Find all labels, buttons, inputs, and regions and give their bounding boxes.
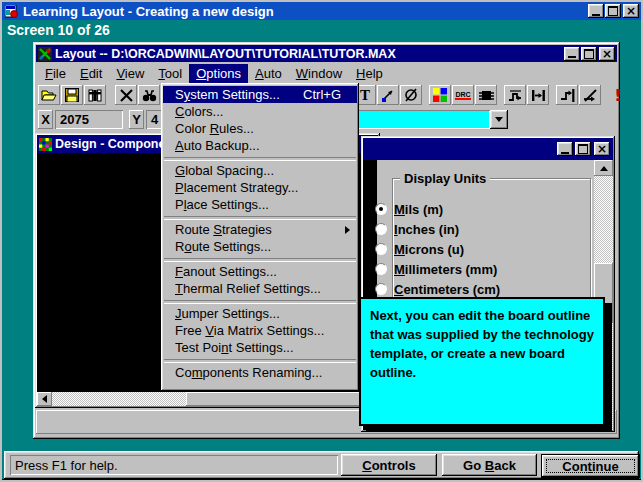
obstacle-button[interactable]: [400, 85, 422, 105]
app-maximize-button[interactable]: [605, 4, 621, 18]
menu-item-system-settings[interactable]: System Settings... Ctrl+G: [163, 86, 357, 103]
radio-icon: [375, 243, 387, 255]
layout-app-icon: [38, 47, 52, 61]
display-units-title: Display Units: [400, 171, 490, 186]
menu-item-route-strategies[interactable]: Route Strategies: [163, 221, 357, 238]
layout-titlebar[interactable]: Layout -- D:\ORCADWIN\LAYOUT\TUTORIAL\TU…: [36, 45, 617, 62]
layout-maximize-button[interactable]: [581, 47, 597, 61]
find-button[interactable]: [138, 85, 160, 105]
radio-inches[interactable]: Inches (in): [375, 219, 459, 239]
continue-button[interactable]: Continue: [541, 454, 640, 478]
close-icon: ×: [626, 6, 636, 16]
net-combo-dropdown-button[interactable]: [490, 110, 508, 129]
refresh-route-button[interactable]: [504, 85, 526, 105]
radio-icon: [375, 263, 387, 275]
tutorial-statusbar: Press F1 for help. Controls Go Back Cont…: [4, 451, 639, 479]
app-window: Learning Layout - Creating a new design …: [0, 0, 643, 482]
menu-item-color-rules[interactable]: Color Rules...: [163, 120, 357, 137]
menu-separator: [163, 255, 357, 263]
menu-view[interactable]: View: [109, 64, 151, 83]
close-icon: ×: [602, 49, 612, 59]
menu-item-test-point-settings[interactable]: Test Point Settings...: [163, 339, 357, 356]
menu-file[interactable]: File: [38, 64, 73, 83]
online-drc-button[interactable]: DRC: [452, 85, 474, 105]
save-button[interactable]: [61, 85, 83, 105]
open-file-button[interactable]: [38, 85, 60, 105]
close-icon: ×: [597, 144, 607, 154]
open-file-icon: [41, 88, 57, 102]
radio-icon: [375, 223, 387, 235]
refresh-route-icon: [508, 89, 523, 102]
arrow-up-icon: [600, 166, 608, 171]
app-close-button[interactable]: ×: [623, 4, 639, 18]
delete-button[interactable]: [115, 85, 137, 105]
menu-separator: [163, 356, 357, 364]
app-minimize-button[interactable]: [588, 4, 604, 18]
layout-window-title: Layout -- D:\ORCADWIN\LAYOUT\TUTORIAL\TU…: [55, 47, 564, 61]
design-hscrollbar[interactable]: [37, 392, 378, 406]
menu-item-global-spacing[interactable]: Global Spacing...: [163, 162, 357, 179]
dimension-button[interactable]: [377, 85, 399, 105]
menu-item-free-via-matrix-settings[interactable]: Free Via Matrix Settings...: [163, 322, 357, 339]
controls-button[interactable]: Controls: [341, 454, 437, 476]
go-back-button[interactable]: Go Back: [442, 454, 537, 476]
x-coordinate-field[interactable]: 2075: [55, 110, 123, 129]
layout-menubar: File Edit View Tool Options Auto Window …: [36, 63, 617, 83]
shove-track-button[interactable]: [527, 85, 549, 105]
scroll-left-button[interactable]: [37, 392, 52, 406]
menu-item-thermal-relief-settings[interactable]: Thermal Relief Settings...: [163, 280, 357, 297]
menu-shortcut: Ctrl+G: [303, 86, 341, 103]
menu-separator: [163, 154, 357, 162]
menu-item-place-settings[interactable]: Place Settings...: [163, 196, 357, 213]
cancel-route-icon: [583, 89, 598, 102]
tooltip-text: Next, you can edit the board outline tha…: [370, 306, 594, 382]
tutorial-tooltip: Next, you can edit the board outline tha…: [359, 297, 615, 433]
design-window-icon: [39, 138, 52, 151]
chevron-down-icon: [495, 117, 503, 122]
end-route-icon: [560, 89, 575, 102]
layout-minimize-button[interactable]: [564, 47, 580, 61]
menu-item-jumper-settings[interactable]: Jumper Settings...: [163, 305, 357, 322]
error-marker-icon: !: [614, 86, 621, 105]
menu-tool[interactable]: Tool: [151, 64, 189, 83]
dimension-icon: [381, 88, 395, 102]
scroll-up-button[interactable]: [594, 160, 613, 176]
radio-microns[interactable]: Microns (u): [375, 239, 464, 259]
menu-help[interactable]: Help: [349, 64, 390, 83]
status-message: Press F1 for help.: [10, 455, 338, 475]
minimize-icon: [561, 152, 569, 154]
radio-mils[interactable]: Mils (m): [375, 199, 443, 219]
menu-item-colors[interactable]: Colors...: [163, 103, 357, 120]
menu-auto[interactable]: Auto: [248, 64, 289, 83]
menu-item-fanout-settings[interactable]: Fanout Settings...: [163, 263, 357, 280]
submenu-arrow-icon: [345, 226, 350, 234]
cancel-route-button[interactable]: [579, 85, 601, 105]
menu-item-route-settings[interactable]: Route Settings...: [163, 238, 357, 255]
scrollbar-thumb[interactable]: [186, 392, 378, 406]
menu-item-placement-strategy[interactable]: Placement Strategy...: [163, 179, 357, 196]
find-icon: [142, 89, 157, 102]
menu-separator: [163, 213, 357, 221]
menu-edit[interactable]: Edit: [73, 64, 109, 83]
end-route-button[interactable]: [556, 85, 578, 105]
menu-options[interactable]: Options: [189, 64, 248, 83]
component-icon: [479, 89, 494, 102]
library-manager-button[interactable]: [84, 85, 106, 105]
dialog-close-button[interactable]: ×: [594, 142, 610, 156]
radio-icon: [375, 203, 387, 215]
menu-item-components-renaming[interactable]: Components Renaming...: [163, 364, 357, 381]
radio-millimeters[interactable]: Millimeters (mm): [375, 259, 497, 279]
obstacle-icon: [404, 88, 418, 102]
dialog-maximize-button[interactable]: [575, 142, 591, 156]
dialog-titlebar[interactable]: ×: [363, 138, 613, 160]
component-tool-button[interactable]: [475, 85, 497, 105]
color-settings-button[interactable]: [429, 85, 451, 105]
arrow-left-icon: [42, 395, 47, 403]
dialog-minimize-button[interactable]: [557, 142, 573, 156]
radio-centimeters[interactable]: Centimeters (cm): [375, 279, 500, 299]
menu-item-auto-backup[interactable]: Auto Backup...: [163, 137, 357, 154]
radio-icon: [375, 283, 387, 295]
menu-window[interactable]: Window: [289, 64, 349, 83]
maximize-icon: [584, 49, 594, 59]
layout-close-button[interactable]: ×: [599, 47, 615, 61]
